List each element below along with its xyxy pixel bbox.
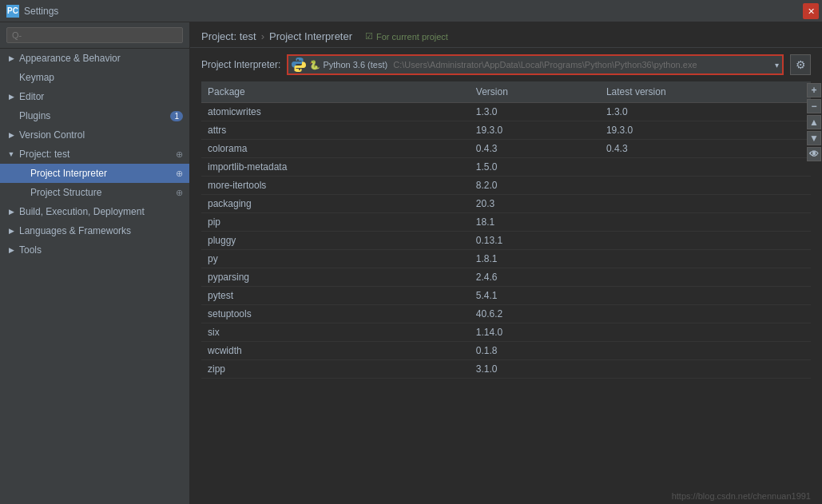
table-cell-latest — [600, 232, 811, 250]
table-cell-latest — [600, 177, 811, 195]
sidebar-item-label-tools: Tools — [19, 244, 42, 256]
title-bar-title: Settings — [24, 6, 58, 17]
table-header: PackageVersionLatest version — [201, 81, 811, 103]
sidebar-item-label-appearance: Appearance & Behavior — [19, 53, 121, 64]
sidebar-item-project-test[interactable]: Project: test⊕ — [0, 145, 189, 164]
breadcrumb-parent: Project: test — [201, 30, 256, 42]
scroll-up-button[interactable]: ▲ — [807, 115, 821, 129]
table-row[interactable]: pyparsing2.4.6 — [201, 268, 811, 287]
table-row[interactable]: attrs19.3.019.3.0 — [201, 121, 811, 140]
table-cell-latest — [600, 305, 811, 323]
table-cell-version: 1.3.0 — [470, 103, 600, 121]
sidebar-item-build[interactable]: Build, Execution, Deployment — [0, 202, 189, 221]
nav-arrow-project-test — [6, 149, 16, 159]
table-row[interactable]: pip18.1 — [201, 213, 811, 232]
sidebar-item-plugins[interactable]: Plugins1 — [0, 106, 189, 125]
sidebar-item-label-plugins: Plugins — [19, 110, 50, 121]
sidebar-item-languages[interactable]: Languages & Frameworks — [0, 221, 189, 240]
scroll-down-button[interactable]: ▼ — [807, 131, 821, 145]
show-details-button[interactable]: 👁 — [807, 147, 821, 161]
sidebar-item-project-interpreter[interactable]: Project Interpreter⊕ — [0, 164, 189, 183]
table-cell-package: attrs — [201, 121, 470, 140]
title-bar: PC Settings ✕ — [0, 0, 822, 22]
table-cell-latest — [600, 342, 811, 360]
table-row[interactable]: importlib-metadata1.5.0 — [201, 158, 811, 177]
table-col-latest-version: Latest version — [600, 81, 811, 103]
nav-arrow-build — [6, 207, 16, 216]
dropdown-arrow-icon[interactable]: ▾ — [775, 61, 779, 69]
table-cell-version: 8.2.0 — [470, 177, 600, 195]
sidebar-item-label-project-structure: Project Structure — [30, 187, 101, 198]
table-row[interactable]: colorama0.4.30.4.3 — [201, 140, 811, 158]
sidebar-item-label-project-test: Project: test — [19, 149, 69, 160]
table-cell-version: 0.1.8 — [470, 342, 600, 360]
table-row[interactable]: wcwidth0.1.8 — [201, 342, 811, 360]
table-row[interactable]: py1.8.1 — [201, 250, 811, 268]
action-buttons: + − ▲ ▼ 👁 — [806, 81, 822, 488]
table-cell-version: 0.13.1 — [470, 232, 600, 250]
interpreter-select-wrapper[interactable]: 🐍 Python 3.6 (test) C:\Users\Administrat… — [287, 54, 784, 75]
table-cell-package: zipp — [201, 360, 470, 379]
packages-table: PackageVersionLatest version atomicwrite… — [201, 81, 811, 379]
remove-package-button[interactable]: − — [807, 99, 821, 113]
table-row[interactable]: more-itertools8.2.0 — [201, 177, 811, 195]
table-cell-latest — [600, 323, 811, 342]
watermark: https://blog.csdn.net/chennuan1991 — [190, 488, 822, 504]
interpreter-settings-button[interactable]: ⚙ — [790, 54, 811, 75]
sidebar-item-version-control[interactable]: Version Control — [0, 125, 189, 145]
app-icon: PC — [6, 5, 19, 18]
table-cell-latest: 1.3.0 — [600, 103, 811, 121]
table-cell-latest — [600, 268, 811, 287]
table-row[interactable]: six1.14.0 — [201, 323, 811, 342]
table-cell-package: six — [201, 323, 470, 342]
nav-badge-plugins: 1 — [170, 111, 183, 121]
table-cell-latest — [600, 158, 811, 177]
table-cell-package: pyparsing — [201, 268, 470, 287]
table-cell-package: pluggy — [201, 232, 470, 250]
table-cell-version: 40.6.2 — [470, 305, 600, 323]
table-row[interactable]: atomicwrites1.3.01.3.0 — [201, 103, 811, 121]
table-row[interactable]: setuptools40.6.2 — [201, 305, 811, 323]
table-row[interactable]: zipp3.1.0 — [201, 360, 811, 379]
table-cell-latest — [600, 213, 811, 232]
sidebar: Appearance & BehaviorKeymapEditorPlugins… — [0, 22, 190, 504]
sidebar-item-tools[interactable]: Tools — [0, 240, 189, 260]
table-cell-package: atomicwrites — [201, 103, 470, 121]
close-button[interactable]: ✕ — [803, 3, 819, 19]
table-cell-package: importlib-metadata — [201, 158, 470, 177]
copy-icon-project-structure: ⊕ — [176, 188, 183, 198]
table-cell-package: setuptools — [201, 305, 470, 323]
table-cell-version: 2.4.6 — [470, 268, 600, 287]
table-row[interactable]: packaging20.3 — [201, 195, 811, 213]
sidebar-item-editor[interactable]: Editor — [0, 87, 189, 106]
sidebar-item-keymap[interactable]: Keymap — [0, 68, 189, 87]
table-body: atomicwrites1.3.01.3.0attrs19.3.019.3.0c… — [201, 103, 811, 379]
interpreter-name: 🐍 Python 3.6 (test) C:\Users\Administrat… — [309, 60, 775, 70]
sidebar-item-appearance[interactable]: Appearance & Behavior — [0, 49, 189, 68]
content-area: Project: test › Project Interpreter For … — [190, 22, 822, 504]
copy-icon-project-test: ⊕ — [176, 149, 183, 160]
table-cell-version: 1.14.0 — [470, 323, 600, 342]
table-cell-latest: 19.3.0 — [600, 121, 811, 140]
copy-icon-project-interpreter: ⊕ — [176, 169, 183, 179]
table-col-package: Package — [201, 81, 470, 103]
search-input[interactable] — [6, 27, 183, 43]
search-box — [0, 22, 189, 49]
sidebar-item-label-build: Build, Execution, Deployment — [19, 206, 145, 217]
table-row[interactable]: pluggy0.13.1 — [201, 232, 811, 250]
table-cell-latest — [600, 287, 811, 305]
table-col-version: Version — [470, 81, 600, 103]
nav-arrow-appearance — [6, 54, 16, 63]
sidebar-item-label-languages: Languages & Frameworks — [19, 225, 131, 236]
table-row[interactable]: pytest5.4.1 — [201, 287, 811, 305]
add-package-button[interactable]: + — [807, 83, 821, 97]
sidebar-item-project-structure[interactable]: Project Structure⊕ — [0, 183, 189, 202]
table-cell-version: 1.5.0 — [470, 158, 600, 177]
table-cell-package: colorama — [201, 140, 470, 158]
nav-list: Appearance & BehaviorKeymapEditorPlugins… — [0, 49, 189, 260]
for-current-project: For current project — [365, 31, 448, 42]
breadcrumb: Project: test › Project Interpreter For … — [190, 22, 822, 48]
sidebar-item-label-editor: Editor — [19, 91, 44, 102]
table-cell-package: py — [201, 250, 470, 268]
table-cell-package: pytest — [201, 287, 470, 305]
